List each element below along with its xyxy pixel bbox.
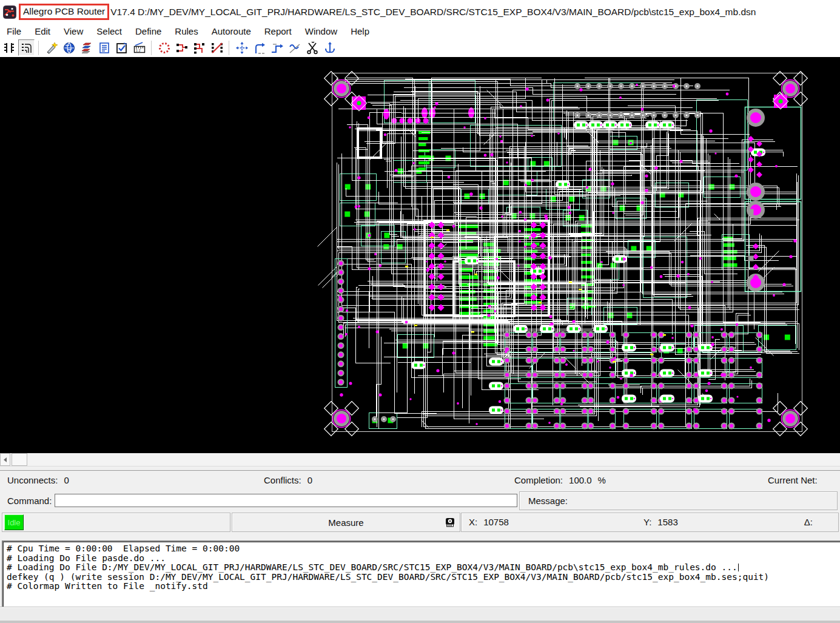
measure-row: Idle Measure X:10758 Y:1583 Δ: xyxy=(0,512,840,533)
console-line: # Loading Do File pasde.do ... xyxy=(7,554,840,564)
toolbar-separator xyxy=(38,41,39,55)
report-list-button[interactable] xyxy=(96,39,112,56)
y-value: 1583 xyxy=(657,517,677,527)
fanout-route-icon xyxy=(175,41,189,55)
unconnects-field: Unconnects:0 xyxy=(7,475,69,485)
pcb-canvas[interactable] xyxy=(0,57,840,453)
status-row-counts: Unconnects:0 Conflicts:0 Completion:100.… xyxy=(0,470,840,491)
completion-value: 100.0 xyxy=(569,475,592,485)
layer-stack-icon xyxy=(80,41,93,55)
drc-region-icon xyxy=(158,41,171,55)
message-panel: Message: xyxy=(519,491,838,510)
cut-trace-button[interactable] xyxy=(304,39,320,56)
title-app-name-highlighted: Allegro PCB Router xyxy=(19,4,109,20)
menu-help[interactable]: Help xyxy=(344,25,376,37)
y-coordinate: Y:1583 xyxy=(643,517,678,527)
bus-route-button[interactable] xyxy=(191,39,207,56)
move-component-icon xyxy=(235,41,249,55)
fanout-route-button[interactable] xyxy=(173,39,190,56)
allegro-pcb-router-window: Allegro PCB Router V17.4 D:/MY_DEV/MY_LO… xyxy=(0,0,840,623)
command-label: Command: xyxy=(7,496,52,506)
menu-file[interactable]: File xyxy=(0,25,28,37)
bottom-status-strip xyxy=(0,607,840,621)
state-panel: Idle xyxy=(2,513,230,532)
current-net-field: Current Net: xyxy=(768,475,818,485)
menu-bar: FileEditViewSelectDefineRulesAutorouteRe… xyxy=(0,24,840,38)
app-icon xyxy=(3,5,16,19)
toolbar-separator xyxy=(229,41,230,55)
critic-route-button[interactable] xyxy=(286,39,303,56)
x-coordinate: X:10758 xyxy=(469,517,509,527)
horizontal-scrollbar[interactable] xyxy=(0,453,840,466)
menu-report[interactable]: Report xyxy=(258,25,298,37)
measure-label: Measure xyxy=(328,517,363,528)
measure-ruler-button[interactable]: 1 2 xyxy=(131,39,147,56)
menu-edit[interactable]: Edit xyxy=(28,25,57,37)
layer-stack-button[interactable] xyxy=(78,39,95,56)
menu-select[interactable]: Select xyxy=(90,25,129,37)
message-label: Message: xyxy=(528,496,568,506)
delta-readout: Δ: xyxy=(804,517,813,527)
pcb-workspace[interactable] xyxy=(0,57,840,453)
elbow-route-button[interactable] xyxy=(251,39,267,56)
console-line: defkey (q ) (write session D:/MY_DEV/MY_… xyxy=(7,573,840,582)
menu-autoroute[interactable]: Autoroute xyxy=(205,25,258,37)
tape-measure-icon[interactable] xyxy=(444,516,456,528)
interactive-route-icon xyxy=(20,41,33,55)
menu-define[interactable]: Define xyxy=(129,25,168,37)
drc-region-button[interactable] xyxy=(156,39,172,56)
power-connector xyxy=(745,107,801,292)
window-bottom-edge xyxy=(0,621,840,623)
console-line: # Loading Do File D:/MY_DEV/MY_LOCAL_GIT… xyxy=(7,563,840,573)
design-hierarchy-icon xyxy=(2,41,16,55)
measure-panel[interactable]: Measure xyxy=(232,513,460,532)
menu-rules[interactable]: Rules xyxy=(168,25,204,37)
check-dialog-icon xyxy=(115,41,129,55)
tune-route-button[interactable] xyxy=(321,39,338,56)
coordinates-panel: X:10758 Y:1583 Δ: xyxy=(461,513,839,532)
scroll-left-button[interactable] xyxy=(0,453,10,466)
left-arrow-icon xyxy=(4,457,7,462)
world-view-button[interactable] xyxy=(61,39,77,56)
menu-window[interactable]: Window xyxy=(298,25,344,37)
critic-route-icon xyxy=(288,41,301,55)
report-list-icon xyxy=(98,41,111,55)
miter-route-icon xyxy=(210,41,224,55)
console-log[interactable]: # Cpu Time = 0:00:00 Elapsed Time = 0:00… xyxy=(2,540,840,608)
world-view-icon xyxy=(62,41,76,55)
toolbar-separator xyxy=(151,41,152,55)
miter-route-button[interactable] xyxy=(209,39,225,56)
move-component-button[interactable] xyxy=(234,39,250,56)
tune-route-icon xyxy=(323,41,337,55)
measure-ruler-icon: 1 2 xyxy=(133,41,146,55)
bus-route-icon xyxy=(193,41,206,55)
cut-trace-icon xyxy=(306,41,319,55)
x-value: 10758 xyxy=(483,517,509,527)
completion-field: Completion:100.0% xyxy=(514,475,606,485)
idle-status-button[interactable]: Idle xyxy=(4,514,24,530)
stylus-edit-button[interactable] xyxy=(43,39,59,56)
push-route-icon xyxy=(270,41,284,55)
stylus-edit-icon xyxy=(45,41,58,55)
toolbar: 1 2 xyxy=(0,38,840,58)
design-hierarchy-button[interactable] xyxy=(1,39,17,56)
text-caret xyxy=(738,564,739,571)
push-route-button[interactable] xyxy=(269,39,285,56)
interactive-route-button[interactable] xyxy=(18,39,35,56)
check-dialog-button[interactable] xyxy=(113,39,130,56)
command-row: Command: Message: xyxy=(0,491,840,511)
conflicts-field: Conflicts:0 xyxy=(264,475,312,485)
command-input[interactable] xyxy=(55,494,517,507)
svg-text:1 2: 1 2 xyxy=(136,49,141,52)
title-file-path: V17.4 D:/MY_DEV/MY_LOCAL_GIT_PRJ/HARDWAR… xyxy=(110,7,756,18)
menu-view[interactable]: View xyxy=(57,25,90,37)
scrollbar-thumb[interactable] xyxy=(12,453,27,466)
title-bar: Allegro PCB Router V17.4 D:/MY_DEV/MY_LO… xyxy=(0,0,840,24)
console-line: # Cpu Time = 0:00:00 Elapsed Time = 0:00… xyxy=(7,544,840,554)
elbow-route-icon xyxy=(253,41,266,55)
unconnects-value: 0 xyxy=(64,475,69,485)
console-line: # Colormap Written to File _notify.std xyxy=(7,582,840,591)
conflicts-value: 0 xyxy=(307,475,312,485)
